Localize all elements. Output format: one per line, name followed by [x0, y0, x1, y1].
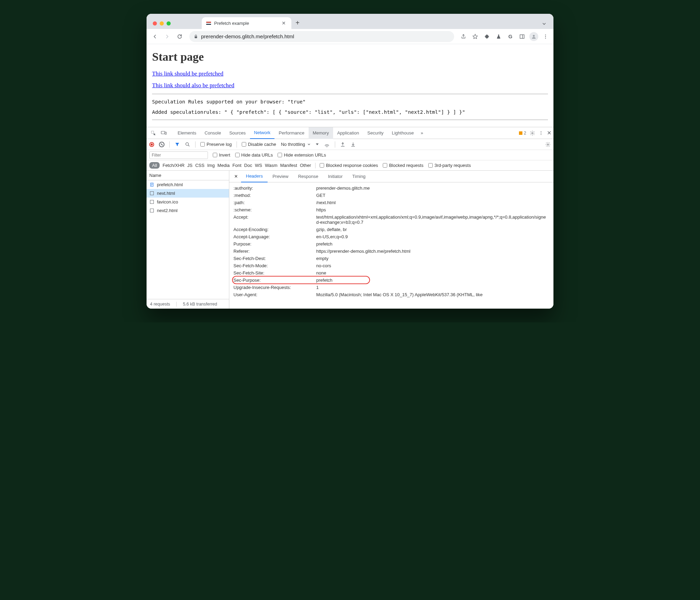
browser-tab[interactable]: Prefetch example ✕	[202, 17, 291, 29]
header-row: Sec-Purpose:prefetch	[231, 277, 553, 284]
new-tab-button[interactable]: +	[291, 19, 304, 27]
forward-button[interactable]	[162, 31, 173, 42]
header-row: Accept-Encoding:gzip, deflate, br	[231, 226, 553, 233]
detail-tab-preview[interactable]: Preview	[268, 171, 293, 182]
svg-point-14	[541, 131, 541, 132]
name-column-header[interactable]: Name	[147, 171, 229, 180]
request-row[interactable]: next2.html	[147, 206, 229, 215]
header-row: :path:/next.html	[231, 199, 553, 206]
type-filter-js[interactable]: JS	[187, 163, 192, 168]
settings-icon[interactable]	[530, 130, 535, 136]
record-button[interactable]	[149, 142, 154, 147]
type-filter-img[interactable]: Img	[207, 163, 215, 168]
maximize-window-button[interactable]	[167, 21, 171, 26]
header-row: Sec-Fetch-Dest:empty	[231, 255, 553, 262]
header-row: Sec-Fetch-Site:none	[231, 269, 553, 277]
inspect-icon[interactable]	[149, 128, 158, 138]
filter-3rd-party-requests[interactable]: 3rd-party requests	[428, 163, 471, 168]
panel-icon[interactable]	[517, 31, 527, 42]
filter-blocked-requests[interactable]: Blocked requests	[383, 163, 423, 168]
header-row: Sec-Fetch-Mode:no-cors	[231, 262, 553, 269]
request-row[interactable]: prefetch.html	[147, 180, 229, 189]
request-detail: ✕ HeadersPreviewResponseInitiatorTiming …	[229, 171, 553, 309]
menu-button[interactable]	[540, 31, 551, 42]
panel-tab-elements[interactable]: Elements	[173, 127, 200, 139]
device-icon[interactable]	[159, 128, 169, 138]
filter-input[interactable]	[149, 151, 208, 159]
request-row[interactable]: favicon.ico	[147, 198, 229, 206]
upload-icon[interactable]	[340, 142, 346, 147]
profile-button[interactable]	[529, 31, 539, 42]
hide-ext-checkbox[interactable]: Hide extension URLs	[278, 152, 326, 158]
headers-list[interactable]: :authority:prerender-demos.glitch.me:met…	[229, 182, 553, 309]
search-icon[interactable]	[185, 142, 190, 147]
svg-line-18	[188, 145, 189, 146]
address-bar[interactable]: prerender-demos.glitch.me/prefetch.html	[189, 31, 454, 42]
detail-tab-initiator[interactable]: Initiator	[323, 171, 348, 182]
request-row[interactable]: next.html	[147, 189, 229, 198]
back-button[interactable]	[149, 31, 160, 42]
reload-button[interactable]	[174, 31, 185, 42]
minimize-window-button[interactable]	[160, 21, 164, 26]
google-icon[interactable]: G	[505, 31, 516, 42]
panel-tab-memory[interactable]: Memory	[309, 127, 333, 139]
tab-title: Prefetch example	[214, 21, 249, 26]
type-filter-css[interactable]: CSS	[195, 163, 204, 168]
type-filter-ws[interactable]: WS	[255, 163, 262, 168]
clear-button[interactable]	[159, 142, 164, 147]
invert-checkbox[interactable]: Invert	[213, 152, 230, 158]
type-filter-fetch-xhr[interactable]: Fetch/XHR	[162, 163, 184, 168]
panel-tab-performance[interactable]: Performance	[274, 127, 308, 139]
share-icon[interactable]	[458, 31, 469, 42]
svg-rect-0	[206, 22, 211, 23]
prefetch-link-1[interactable]: This link should be prefetched	[152, 70, 548, 77]
panel-tab-sources[interactable]: Sources	[225, 127, 250, 139]
type-filter-doc[interactable]: Doc	[244, 163, 252, 168]
more-panels-button[interactable]: »	[419, 127, 425, 139]
network-settings-icon[interactable]	[545, 142, 551, 147]
panel-tab-application[interactable]: Application	[333, 127, 363, 139]
type-filter-manifest[interactable]: Manifest	[280, 163, 297, 168]
tab-overflow-button[interactable]	[538, 21, 551, 26]
prefetch-link-2[interactable]: This link should also be prefetched	[152, 82, 548, 89]
type-filter-other[interactable]: Other	[300, 163, 311, 168]
devtools-menu[interactable]	[539, 131, 543, 136]
panel-tab-network[interactable]: Network	[250, 127, 275, 139]
detail-tab-headers[interactable]: Headers	[241, 171, 268, 182]
network-conditions-icon[interactable]	[324, 142, 330, 147]
close-tab-button[interactable]: ✕	[280, 20, 287, 26]
header-row: Referer:https://prerender-demos.glitch.m…	[231, 248, 553, 255]
download-icon[interactable]	[350, 142, 356, 147]
type-filter-wasm[interactable]: Wasm	[265, 163, 277, 168]
tab-strip: Prefetch example ✕ +	[147, 14, 553, 29]
disable-cache-checkbox[interactable]: Disable cache	[242, 142, 276, 147]
hide-data-checkbox[interactable]: Hide data URLs	[235, 152, 273, 158]
detail-tab-timing[interactable]: Timing	[348, 171, 371, 182]
throttling-select[interactable]: No throttling	[281, 142, 311, 147]
flask-icon[interactable]	[493, 31, 504, 42]
detail-tab-response[interactable]: Response	[293, 171, 323, 182]
warnings-badge[interactable]: 2	[519, 131, 526, 136]
preserve-log-checkbox[interactable]: Preserve log	[200, 142, 232, 147]
svg-point-16	[541, 134, 541, 135]
type-filter-all[interactable]: All	[149, 162, 160, 169]
header-row: User-Agent:Mozilla/5.0 (Macintosh; Intel…	[231, 291, 553, 298]
close-window-button[interactable]	[153, 21, 157, 26]
header-row: Upgrade-Insecure-Requests:1	[231, 284, 553, 291]
transferred-size: 5.6 kB transferred	[176, 302, 217, 307]
panel-tab-lighthouse[interactable]: Lighthouse	[388, 127, 418, 139]
filter-icon[interactable]	[174, 142, 180, 147]
extensions-icon[interactable]	[482, 31, 492, 42]
type-filter-media[interactable]: Media	[218, 163, 230, 168]
panel-tab-security[interactable]: Security	[363, 127, 388, 139]
type-filter-font[interactable]: Font	[232, 163, 241, 168]
panel-tab-console[interactable]: Console	[200, 127, 225, 139]
svg-rect-3	[195, 36, 197, 38]
close-devtools-button[interactable]: ✕	[547, 130, 551, 136]
star-icon[interactable]	[470, 31, 480, 42]
filter-blocked-response-cookies[interactable]: Blocked response cookies	[320, 163, 378, 168]
svg-point-17	[186, 142, 189, 145]
close-detail-button[interactable]: ✕	[231, 174, 241, 179]
svg-point-19	[327, 146, 327, 147]
header-row: Accept-Language:en-US,en;q=0.9	[231, 233, 553, 240]
